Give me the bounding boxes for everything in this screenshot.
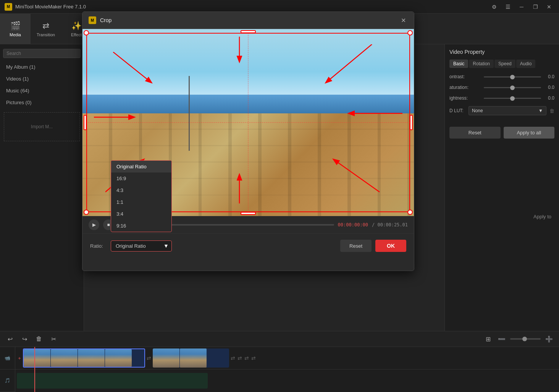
tab-audio[interactable]: Audio bbox=[516, 60, 536, 68]
sidebar-search[interactable] bbox=[0, 47, 84, 60]
tab-speed[interactable]: Speed bbox=[494, 60, 515, 68]
crop-handle-bl[interactable] bbox=[84, 210, 89, 215]
crop-handle-mr[interactable] bbox=[410, 115, 413, 130]
saturation-track[interactable] bbox=[484, 87, 541, 88]
sidebar-item-pictures[interactable]: Pictures (0) bbox=[0, 97, 84, 108]
audio-clip[interactable] bbox=[17, 373, 208, 389]
lut-select[interactable]: None ▼ bbox=[469, 106, 546, 115]
zoom-in-button[interactable]: ➕ bbox=[544, 334, 554, 344]
saturation-slider[interactable] bbox=[484, 87, 541, 88]
menu-button[interactable]: ☰ bbox=[502, 2, 513, 12]
crop-ok-button[interactable]: OK bbox=[375, 240, 406, 252]
right-panel-title: Video Property bbox=[449, 49, 554, 55]
action-buttons: Reset Apply to all bbox=[449, 127, 554, 139]
track-labels: 📹 🎵 bbox=[0, 347, 15, 392]
minimize-button[interactable]: ─ bbox=[516, 2, 527, 12]
zoom-fit-button[interactable]: ⊞ bbox=[483, 334, 493, 344]
video-clip-1[interactable] bbox=[23, 348, 145, 368]
lut-dropdown-icon: ▼ bbox=[538, 108, 543, 113]
brightness-value: 0.0 bbox=[541, 95, 554, 101]
contrast-slider[interactable] bbox=[484, 76, 541, 77]
effect-icon: ✨ bbox=[71, 21, 82, 31]
zoom-controls: ⊞ ➖ ➕ bbox=[483, 334, 554, 344]
toolbar-effect-label: Effect bbox=[71, 32, 82, 37]
timeline-tracks: 📹 🎵 + ⇄ bbox=[0, 347, 559, 392]
contrast-track[interactable] bbox=[484, 76, 541, 77]
toolbar-transition[interactable]: ⇄ Transition bbox=[31, 14, 61, 44]
saturation-row: aturation: 0.0 bbox=[449, 85, 554, 90]
crop-modal: M Crop ✕ bbox=[82, 11, 414, 271]
audio-track-icon: 🎵 bbox=[0, 369, 15, 392]
timeline-toolbar: ↩ ↪ 🗑 ✂ ⊞ ➖ ➕ bbox=[0, 331, 559, 347]
apply-all-button[interactable]: Apply to all bbox=[504, 127, 555, 139]
ratio-option-1-1[interactable]: 1:1 bbox=[111, 196, 171, 208]
zoom-out-button[interactable]: ➖ bbox=[496, 334, 507, 344]
close-button[interactable]: ✕ bbox=[544, 2, 554, 12]
cut-button[interactable]: ✂ bbox=[48, 334, 59, 344]
ratio-option-9-16[interactable]: 9:16 bbox=[111, 220, 171, 232]
settings-button[interactable]: ⚙ bbox=[489, 2, 499, 12]
lut-label: D LUT: bbox=[449, 108, 469, 113]
sidebar: My Album (1) Videos (1) Music (64) Pictu… bbox=[0, 44, 84, 346]
clip-thumb-6 bbox=[180, 348, 207, 368]
transfer-icon-4[interactable]: ⇄ bbox=[244, 355, 249, 361]
restore-button[interactable]: ❐ bbox=[530, 2, 541, 12]
tab-basic[interactable]: Basic bbox=[449, 60, 468, 68]
sidebar-item-videos[interactable]: Videos (1) bbox=[0, 73, 84, 85]
saturation-thumb[interactable] bbox=[510, 85, 515, 90]
saturation-value: 0.0 bbox=[541, 85, 554, 90]
ratio-select[interactable]: Original Ratio bbox=[111, 240, 172, 252]
tab-rotation[interactable]: Rotation bbox=[469, 60, 494, 68]
crop-action-buttons: Reset OK bbox=[340, 240, 406, 252]
videos-label: Videos (1) bbox=[6, 76, 29, 82]
modal-close-button[interactable]: ✕ bbox=[399, 16, 408, 25]
sidebar-item-album[interactable]: My Album (1) bbox=[0, 61, 84, 73]
transfer-icon-2[interactable]: ⇄ bbox=[231, 355, 235, 361]
reset-button[interactable]: Reset bbox=[449, 127, 501, 139]
toolbar-transition-label: Transition bbox=[37, 32, 55, 37]
play-button[interactable]: ▶ bbox=[89, 219, 99, 230]
ratio-option-original[interactable]: Original Ratio bbox=[111, 161, 171, 173]
contrast-value: 0.0 bbox=[541, 74, 554, 79]
crop-handle-tc[interactable] bbox=[241, 30, 256, 33]
import-area[interactable]: Import M... bbox=[4, 112, 80, 141]
brightness-row: ightness: 0.0 bbox=[449, 95, 554, 101]
lut-value: None bbox=[472, 108, 483, 113]
timeline: ↩ ↪ 🗑 ✂ ⊞ ➖ ➕ 📹 🎵 + bbox=[0, 331, 559, 392]
undo-button[interactable]: ↩ bbox=[5, 334, 15, 344]
delete-button[interactable]: 🗑 bbox=[34, 334, 44, 344]
add-clip-button[interactable]: + bbox=[17, 355, 22, 361]
sidebar-item-music[interactable]: Music (64) bbox=[0, 85, 84, 97]
ratio-option-3-4[interactable]: 3:4 bbox=[111, 208, 171, 220]
timeline-content: + ⇄ ⇄ ⇄ bbox=[15, 347, 559, 392]
modal-logo: M bbox=[89, 16, 96, 24]
transfer-icon-5[interactable]: ⇄ bbox=[251, 355, 256, 361]
video-clip-2[interactable] bbox=[153, 348, 229, 368]
transfer-icon-1[interactable]: ⇄ bbox=[147, 355, 151, 361]
crop-handle-ml[interactable] bbox=[84, 115, 87, 130]
lut-delete-icon[interactable]: 🗑 bbox=[549, 108, 554, 114]
brightness-thumb[interactable] bbox=[510, 96, 515, 101]
search-input[interactable] bbox=[3, 49, 81, 58]
mast bbox=[189, 76, 190, 151]
contrast-thumb[interactable] bbox=[510, 75, 515, 79]
toolbar-media[interactable]: 🎬 Media bbox=[0, 14, 31, 44]
apply-to-text: Apply to bbox=[533, 214, 551, 219]
crop-handle-br[interactable] bbox=[407, 210, 413, 215]
zoom-slider[interactable] bbox=[510, 338, 541, 340]
app-logo: M bbox=[5, 3, 12, 11]
crop-handle-tr[interactable] bbox=[407, 30, 413, 35]
brightness-slider[interactable] bbox=[484, 98, 541, 99]
brightness-track[interactable] bbox=[484, 98, 541, 99]
ratio-option-16-9[interactable]: 16:9 bbox=[111, 173, 171, 184]
zoom-thumb[interactable] bbox=[522, 337, 527, 341]
crop-handle-tl[interactable] bbox=[84, 30, 89, 35]
redo-button[interactable]: ↪ bbox=[19, 334, 30, 344]
transfer-icon-3[interactable]: ⇄ bbox=[237, 355, 242, 361]
clip-thumb-1 bbox=[24, 349, 50, 367]
ratio-option-4-3[interactable]: 4:3 bbox=[111, 184, 171, 196]
album-label: My Album (1) bbox=[6, 64, 36, 70]
panel-actions: Reset Apply to all bbox=[449, 127, 554, 139]
crop-handle-bc[interactable] bbox=[241, 212, 256, 215]
crop-reset-button[interactable]: Reset bbox=[340, 240, 372, 252]
